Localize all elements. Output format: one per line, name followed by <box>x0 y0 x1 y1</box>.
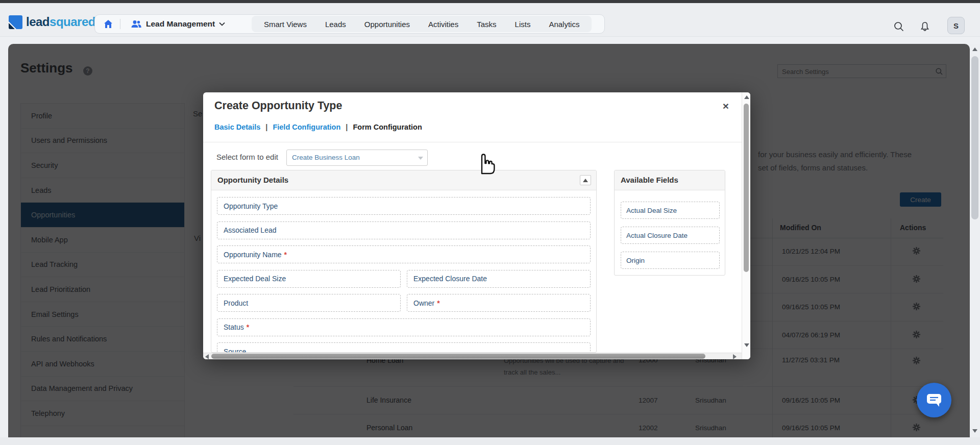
top-navigation-bar: leadsquared Lead Management Smart Views … <box>0 3 980 37</box>
form-select-dropdown[interactable]: Create Business Loan <box>286 150 428 166</box>
available-fields-header: Available Fields <box>615 170 725 190</box>
field-status[interactable]: Status* <box>217 318 591 336</box>
chat-widget-button[interactable] <box>917 383 951 417</box>
scroll-up-icon[interactable] <box>744 95 749 99</box>
workspace-label: Lead Management <box>146 19 215 29</box>
opportunity-details-panel: Opportunity Details Opportunity Type Ass… <box>211 170 597 353</box>
home-button[interactable] <box>102 17 115 31</box>
available-field-actual-deal-size[interactable]: Actual Deal Size <box>621 202 720 219</box>
workspace-switcher[interactable]: Lead Management <box>126 19 230 29</box>
form-select-value: Create Business Loan <box>292 154 360 161</box>
modal-title: Create Opportunity Type <box>214 100 342 112</box>
field-expected-closure-date[interactable]: Expected Closure Date <box>407 270 591 288</box>
available-fields-panel: Available Fields Actual Deal Size Actual… <box>614 170 725 276</box>
collapse-section-button[interactable] <box>580 175 591 185</box>
collapse-up-icon <box>583 179 588 182</box>
available-field-actual-closure-date[interactable]: Actual Closure Date <box>621 227 720 244</box>
users-icon <box>131 20 142 28</box>
select-form-label: Select form to edit <box>216 153 278 161</box>
avatar-initial: S <box>953 21 959 30</box>
leadsquared-logo[interactable]: leadsquared <box>9 15 95 29</box>
field-opportunity-type[interactable]: Opportunity Type <box>217 197 591 215</box>
main-menu: Smart Views Leads Opportunities Activiti… <box>252 16 592 32</box>
scrollbar-thumb[interactable] <box>211 354 705 359</box>
scroll-down-icon[interactable] <box>972 429 977 433</box>
field-source[interactable]: Source <box>217 342 591 353</box>
field-product[interactable]: Product <box>217 294 401 312</box>
section-title: Available Fields <box>621 176 678 184</box>
chevron-down-icon <box>418 157 423 160</box>
nav-activities[interactable]: Activities <box>419 20 468 29</box>
nav-lists[interactable]: Lists <box>506 20 540 29</box>
brand-squared-text: squared <box>50 15 95 29</box>
available-field-origin[interactable]: Origin <box>621 252 720 269</box>
home-icon <box>103 19 113 29</box>
scroll-down-icon[interactable] <box>744 343 749 347</box>
opportunity-details-header: Opportunity Details <box>211 170 596 190</box>
browser-vertical-scrollbar[interactable] <box>970 44 980 437</box>
scrollbar-thumb[interactable] <box>744 104 749 272</box>
scroll-right-icon[interactable] <box>733 354 737 359</box>
bell-icon <box>919 21 930 32</box>
brand-wordmark: leadsquared <box>26 15 95 29</box>
modal-divider <box>203 142 750 142</box>
step-field-configuration[interactable]: Field Configuration <box>273 123 340 131</box>
nav-analytics[interactable]: Analytics <box>540 20 589 29</box>
field-associated-lead[interactable]: Associated Lead <box>217 221 591 239</box>
step-form-configuration: Form Configuration <box>353 123 422 131</box>
field-opportunity-name[interactable]: Opportunity Name* <box>217 245 591 263</box>
nav-smart-views[interactable]: Smart Views <box>255 20 316 29</box>
available-fields-list: Actual Deal Size Actual Closure Date Ori… <box>615 190 725 269</box>
form-fields-list: Opportunity Type Associated Lead Opportu… <box>211 190 596 353</box>
modal-horizontal-scrollbar[interactable] <box>203 353 742 359</box>
scroll-left-icon[interactable] <box>205 354 209 359</box>
chat-bubble-icon <box>926 392 942 408</box>
nav-divider <box>120 19 120 29</box>
search-icon <box>893 21 904 32</box>
chevron-down-icon <box>219 22 225 26</box>
section-title: Opportunity Details <box>217 176 288 184</box>
create-opportunity-type-modal: Create Opportunity Type × Basic Details … <box>203 92 750 359</box>
modal-vertical-scrollbar[interactable] <box>742 92 750 359</box>
notifications-button[interactable] <box>919 21 930 34</box>
leadsquared-logo-icon <box>9 15 22 29</box>
scroll-up-icon[interactable] <box>972 47 977 51</box>
step-basic-details[interactable]: Basic Details <box>214 123 260 131</box>
global-search-button[interactable] <box>893 21 904 34</box>
field-owner[interactable]: Owner* <box>407 294 591 312</box>
scrollbar-thumb[interactable] <box>971 56 978 219</box>
app-window: leadsquared Lead Management Smart Views … <box>0 0 980 445</box>
brand-lead-text: lead <box>26 15 50 29</box>
user-avatar[interactable]: S <box>947 17 965 34</box>
modal-step-breadcrumb: Basic Details | Field Configuration | Fo… <box>214 123 422 131</box>
field-expected-deal-size[interactable]: Expected Deal Size <box>217 270 401 288</box>
nav-opportunities[interactable]: Opportunities <box>355 20 419 29</box>
close-icon[interactable]: × <box>723 101 729 111</box>
nav-leads[interactable]: Leads <box>316 20 355 29</box>
browser-bottom-strip <box>0 437 980 445</box>
primary-nav-container: Lead Management Smart Views Leads Opport… <box>94 14 605 34</box>
nav-tasks[interactable]: Tasks <box>468 20 505 29</box>
